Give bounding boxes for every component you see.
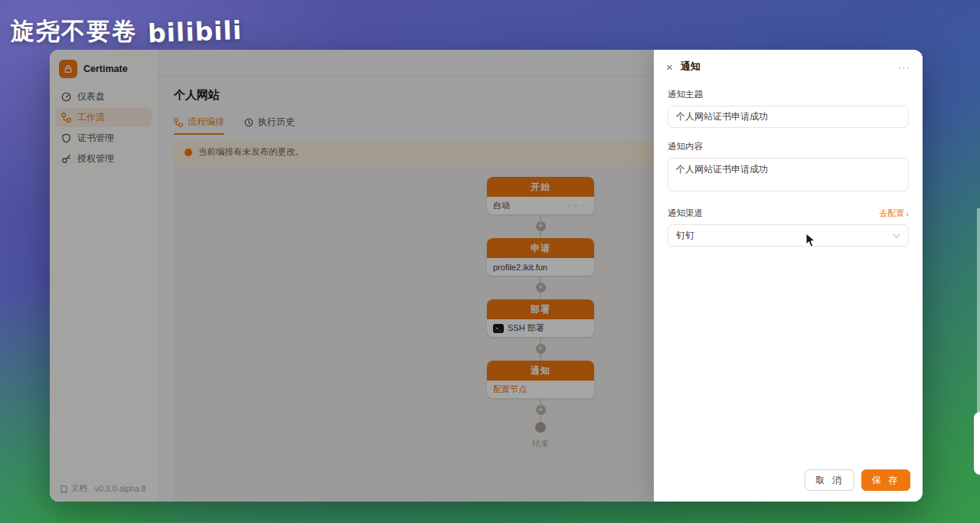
- content-label: 通知内容: [668, 141, 909, 152]
- chevron-down-icon: [893, 234, 900, 238]
- more-menu-icon[interactable]: ···: [898, 61, 910, 73]
- drawer-footer: 取 消 保 存: [654, 460, 923, 502]
- notification-drawer: × 通知 ··· 通知主题 通知内容 个人网站证书申请成功 通知渠道 去配置 ›: [654, 50, 923, 502]
- content-textarea[interactable]: 个人网站证书申请成功: [668, 158, 909, 191]
- subject-label: 通知主题: [668, 89, 909, 100]
- close-icon[interactable]: ×: [666, 61, 673, 73]
- bilibili-logo: bilibili: [147, 15, 242, 47]
- right-edge-window-corner: [974, 412, 980, 475]
- channel-selected-value: 钉钉: [676, 229, 694, 242]
- cancel-button[interactable]: 取 消: [805, 469, 854, 491]
- app-window: Certimate 仪表盘 工作流 证书管理: [50, 50, 923, 502]
- channel-label-row: 通知渠道 去配置 ›: [668, 208, 909, 219]
- mouse-cursor: [805, 233, 816, 248]
- channel-field-group: 通知渠道 去配置 › 钉钉: [668, 208, 909, 247]
- content-field-group: 通知内容 个人网站证书申请成功: [668, 141, 909, 194]
- streamer-name: 旋尧不要卷: [11, 15, 137, 47]
- subject-field-group: 通知主题: [668, 89, 909, 128]
- channel-label: 通知渠道: [668, 208, 703, 219]
- chevron-right-icon: ›: [906, 209, 909, 218]
- save-button[interactable]: 保 存: [861, 469, 910, 491]
- drawer-backdrop[interactable]: [50, 50, 654, 502]
- subject-input[interactable]: [668, 106, 909, 128]
- stream-watermark: 旋尧不要卷 bilibili: [11, 15, 242, 47]
- drawer-body: 通知主题 通知内容 个人网站证书申请成功 通知渠道 去配置 › 钉钉: [654, 81, 923, 460]
- configure-channel-link[interactable]: 去配置 ›: [879, 208, 909, 219]
- configure-channel-label: 去配置: [879, 208, 904, 219]
- channel-select[interactable]: 钉钉: [668, 224, 909, 247]
- drawer-header: × 通知 ···: [654, 50, 923, 81]
- drawer-title: 通知: [681, 60, 701, 74]
